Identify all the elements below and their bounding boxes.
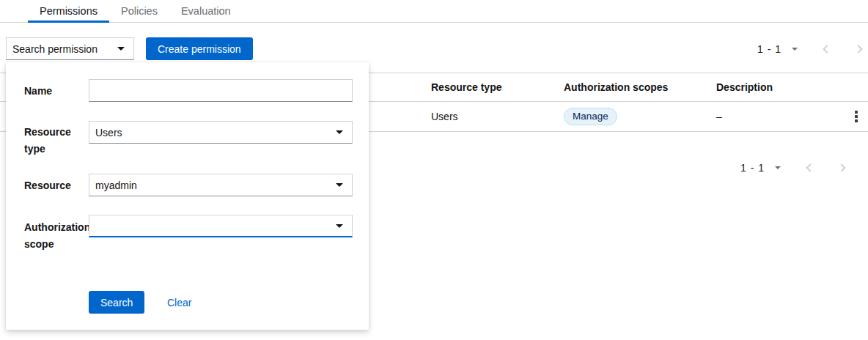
search-permission-dropdown-toggle[interactable]: Search permission: [6, 37, 134, 60]
column-header-authorization-scopes: Authorization scopes: [564, 73, 668, 101]
name-input[interactable]: [89, 79, 353, 102]
search-permission-dropdown-label: Search permission: [12, 43, 98, 55]
resource-field-label: Resource: [24, 177, 95, 194]
previous-page-button[interactable]: [803, 162, 814, 174]
chevron-down-icon: [336, 130, 343, 134]
resource-select-value: myadmin: [95, 180, 137, 191]
resource-type-select-value: Users: [95, 127, 122, 138]
pagination-bottom: 1 - 1: [740, 156, 848, 179]
kebab-icon: [855, 111, 858, 114]
pagination-range: 1 - 1: [757, 43, 781, 55]
chevron-left-icon: [806, 163, 814, 171]
resource-select[interactable]: myadmin: [89, 174, 353, 196]
tab-permissions[interactable]: Permissions: [28, 0, 109, 22]
previous-page-button[interactable]: [820, 43, 831, 55]
chevron-down-icon: [117, 47, 125, 51]
cell-resource-type: Users: [431, 102, 458, 131]
column-header-description: Description: [716, 73, 773, 101]
next-page-button[interactable]: [853, 43, 865, 55]
chevron-down-icon: [336, 183, 343, 187]
clear-button[interactable]: Clear: [167, 291, 191, 314]
authorization-scope-select[interactable]: [89, 215, 353, 237]
name-field-label: Name: [24, 83, 95, 100]
tab-policies-label: Policies: [121, 5, 158, 17]
search-permission-popover: Name Resource type Users Resource myadmi…: [6, 62, 369, 330]
chevron-right-icon: [854, 45, 862, 53]
pagination-options-caret-icon[interactable]: [792, 48, 798, 51]
tab-evaluation[interactable]: Evaluation: [169, 0, 243, 22]
column-header-resource-type: Resource type: [431, 73, 501, 101]
pagination-options-caret-icon[interactable]: [775, 166, 781, 169]
tab-bar: Permissions Policies Evaluation: [0, 0, 868, 23]
row-kebab-menu-button[interactable]: [847, 102, 865, 131]
chevron-left-icon: [823, 45, 831, 53]
tab-evaluation-label: Evaluation: [181, 5, 231, 17]
cell-authorization-scopes: Manage: [564, 102, 617, 131]
tab-permissions-label: Permissions: [40, 5, 98, 17]
create-permission-button[interactable]: Create permission: [146, 37, 253, 60]
chevron-right-icon: [837, 163, 845, 171]
chevron-down-icon: [336, 224, 343, 228]
permissions-page: Permissions Policies Evaluation Search p…: [0, 0, 868, 340]
pagination-range: 1 - 1: [740, 162, 765, 174]
next-page-button[interactable]: [836, 162, 848, 174]
resource-type-select[interactable]: Users: [89, 121, 353, 144]
search-button[interactable]: Search: [89, 291, 144, 314]
authorization-scope-field-label: Authorization scope: [24, 219, 95, 253]
pagination-top: 1 - 1: [757, 37, 865, 60]
tab-policies[interactable]: Policies: [109, 0, 169, 22]
cell-description: –: [716, 102, 722, 131]
scope-badge[interactable]: Manage: [564, 108, 617, 125]
resource-type-field-label: Resource type: [24, 124, 95, 158]
